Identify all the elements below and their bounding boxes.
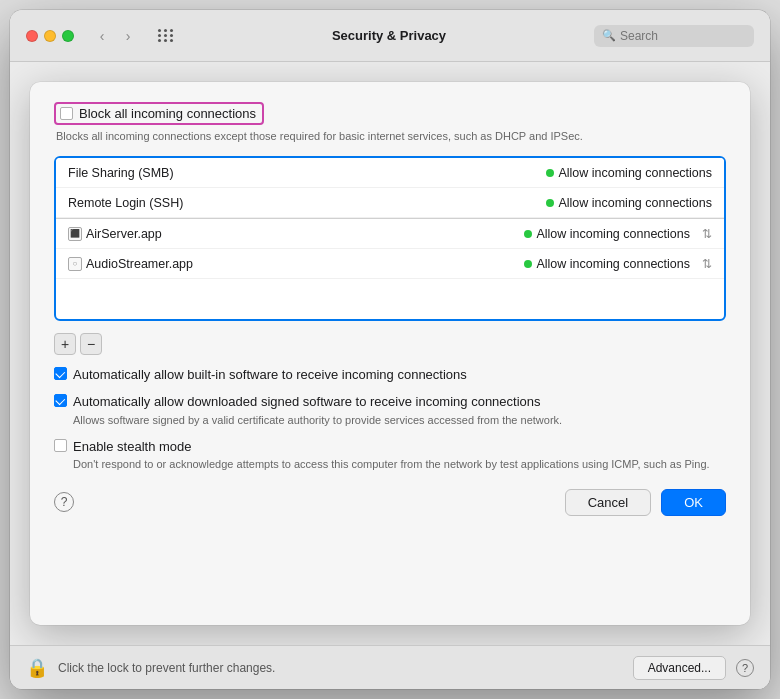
lock-icon: 🔒 xyxy=(26,657,48,679)
lock-label: Click the lock to prevent further change… xyxy=(58,661,623,675)
option-stealth-checkbox[interactable] xyxy=(54,439,67,452)
status-dot xyxy=(524,260,532,268)
firewall-list: File Sharing (SMB) Allow incoming connec… xyxy=(54,156,726,321)
search-bar[interactable]: 🔍 xyxy=(594,25,754,47)
status-dot xyxy=(546,169,554,177)
dropdown-arrow-icon[interactable]: ⇅ xyxy=(702,257,712,271)
minimize-button[interactable] xyxy=(44,30,56,42)
option-builtin-checkbox[interactable] xyxy=(54,367,67,380)
back-button[interactable]: ‹ xyxy=(90,26,114,46)
cancel-button[interactable]: Cancel xyxy=(565,489,651,516)
option-builtin: Automatically allow built-in software to… xyxy=(54,367,726,384)
app-status: Allow incoming connections xyxy=(546,166,712,180)
traffic-lights xyxy=(26,30,74,42)
app-name: File Sharing (SMB) xyxy=(68,166,546,180)
option-stealth-label: Enable stealth mode xyxy=(73,439,192,456)
status-dot xyxy=(546,199,554,207)
block-all-label-text: Block all incoming connections xyxy=(79,106,256,121)
option-signed-label: Automatically allow downloaded signed so… xyxy=(73,394,541,411)
option-signed-row: Automatically allow downloaded signed so… xyxy=(54,394,726,411)
table-row: ○ AudioStreamer.app Allow incoming conne… xyxy=(56,249,724,279)
option-signed-description: Allows software signed by a valid certif… xyxy=(73,413,726,428)
window-title: Security & Privacy xyxy=(192,28,586,43)
titlebar: ‹ › Security & Privacy 🔍 xyxy=(10,10,770,62)
action-buttons: Cancel OK xyxy=(565,489,726,516)
search-icon: 🔍 xyxy=(602,29,616,42)
dialog-buttons: ? Cancel OK xyxy=(54,489,726,516)
list-controls: + − xyxy=(54,333,726,355)
app-icon: ○ xyxy=(68,257,82,271)
search-input[interactable] xyxy=(620,29,740,43)
app-name: ○ AudioStreamer.app xyxy=(68,257,524,271)
option-stealth-description: Don't respond to or acknowledge attempts… xyxy=(73,457,726,472)
app-status: Allow incoming connections ⇅ xyxy=(524,257,712,271)
advanced-button[interactable]: Advanced... xyxy=(633,656,726,680)
nav-buttons: ‹ › xyxy=(90,26,140,46)
status-dot xyxy=(524,230,532,238)
app-icon: ⬛ xyxy=(68,227,82,241)
block-all-description: Blocks all incoming connections except t… xyxy=(54,129,726,144)
grid-button[interactable] xyxy=(156,26,176,46)
list-empty-space xyxy=(56,279,724,319)
option-stealth: Enable stealth mode Don't respond to or … xyxy=(54,439,726,473)
table-row: Remote Login (SSH) Allow incoming connec… xyxy=(56,188,724,218)
remove-entry-button[interactable]: − xyxy=(80,333,102,355)
add-entry-button[interactable]: + xyxy=(54,333,76,355)
table-row: File Sharing (SMB) Allow incoming connec… xyxy=(56,158,724,188)
content-area: Block all incoming connections Blocks al… xyxy=(10,62,770,645)
maximize-button[interactable] xyxy=(62,30,74,42)
block-all-checkbox[interactable] xyxy=(60,107,73,120)
bottom-bar: 🔒 Click the lock to prevent further chan… xyxy=(10,645,770,689)
app-name: ⬛ AirServer.app xyxy=(68,227,524,241)
block-all-section: Block all incoming connections Blocks al… xyxy=(54,102,726,144)
option-builtin-row: Automatically allow built-in software to… xyxy=(54,367,726,384)
main-window: ‹ › Security & Privacy 🔍 Block all incom… xyxy=(10,10,770,689)
app-status: Allow incoming connections ⇅ xyxy=(524,227,712,241)
dialog-sheet: Block all incoming connections Blocks al… xyxy=(30,82,750,625)
dropdown-arrow-icon[interactable]: ⇅ xyxy=(702,227,712,241)
app-status: Allow incoming connections xyxy=(546,196,712,210)
help-icon[interactable]: ? xyxy=(736,659,754,677)
app-name: Remote Login (SSH) xyxy=(68,196,546,210)
table-row: ⬛ AirServer.app Allow incoming connectio… xyxy=(56,219,724,249)
ok-button[interactable]: OK xyxy=(661,489,726,516)
option-signed-checkbox[interactable] xyxy=(54,394,67,407)
block-all-checkbox-row[interactable]: Block all incoming connections xyxy=(54,102,264,125)
option-stealth-row: Enable stealth mode xyxy=(54,439,726,456)
help-button[interactable]: ? xyxy=(54,492,74,512)
grid-icon xyxy=(158,29,174,42)
close-button[interactable] xyxy=(26,30,38,42)
options-section: Automatically allow built-in software to… xyxy=(54,367,726,472)
option-builtin-label: Automatically allow built-in software to… xyxy=(73,367,467,384)
lock-icon-wrap: 🔒 xyxy=(26,657,48,679)
forward-button[interactable]: › xyxy=(116,26,140,46)
option-signed: Automatically allow downloaded signed so… xyxy=(54,394,726,428)
